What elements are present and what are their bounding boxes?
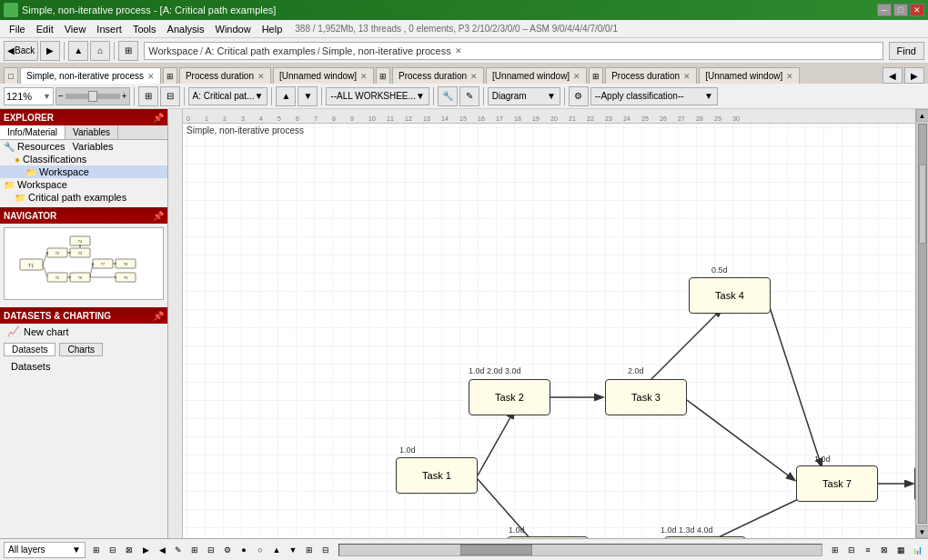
zoom-control[interactable]: ▼ bbox=[4, 87, 54, 105]
status-icon-14[interactable]: ⊞ bbox=[302, 543, 317, 557]
menu-file[interactable]: File bbox=[4, 22, 31, 36]
scroll-down-btn[interactable]: ▼ bbox=[916, 525, 929, 538]
tab-icon-simple[interactable]: □ bbox=[4, 67, 18, 84]
tab-process-duration-3[interactable]: Process duration ✕ bbox=[605, 67, 697, 84]
nav-up[interactable]: ▲ bbox=[276, 86, 296, 106]
task-node-3[interactable]: Task 3 bbox=[605, 379, 687, 415]
scroll-thumb-h[interactable] bbox=[460, 545, 533, 555]
tab-unnamed-1[interactable]: [Unnamed window] ✕ bbox=[273, 67, 374, 84]
home-button[interactable]: ⌂ bbox=[90, 41, 110, 61]
datasets-item[interactable]: Datasets bbox=[0, 360, 167, 373]
tab-simple-process[interactable]: Simple, non-iterative process ✕ bbox=[20, 67, 161, 84]
diagram-icon1[interactable]: 🔧 bbox=[438, 86, 458, 106]
forward-button[interactable]: ▶ bbox=[40, 41, 60, 61]
tab-close[interactable]: ✕ bbox=[470, 72, 478, 81]
tab-close[interactable]: ✕ bbox=[257, 72, 265, 81]
scrollbar-vertical[interactable]: ▲ ▼ bbox=[915, 109, 928, 538]
status-icon-3[interactable]: ⊠ bbox=[122, 543, 136, 557]
new-chart-item[interactable]: 📈 New chart bbox=[0, 324, 167, 339]
tab-prev[interactable]: ◀ bbox=[883, 67, 903, 84]
sheet-dropdown[interactable]: --ALL WORKSHEE... ▼ bbox=[326, 87, 429, 105]
status-icon-15[interactable]: ⊟ bbox=[318, 543, 333, 557]
view-toggle-button[interactable]: ⊞ bbox=[118, 41, 138, 61]
tab-close[interactable]: ✕ bbox=[683, 72, 691, 81]
tab-close[interactable]: ✕ bbox=[360, 72, 368, 81]
tab-close[interactable]: ✕ bbox=[786, 72, 793, 81]
task-node-2[interactable]: Task 2 bbox=[469, 379, 550, 415]
task-node-1[interactable]: Task 1 bbox=[396, 457, 478, 494]
tab-unnamed-2[interactable]: [Unnamed window] ✕ bbox=[486, 67, 587, 84]
scroll-up-btn[interactable]: ▲ bbox=[916, 109, 929, 122]
tab-next[interactable]: ▶ bbox=[904, 67, 924, 84]
zoom-slider[interactable] bbox=[66, 94, 120, 99]
menu-view[interactable]: View bbox=[59, 22, 92, 36]
menu-help[interactable]: Help bbox=[257, 22, 288, 36]
task-node-5[interactable]: Task 5 bbox=[507, 536, 589, 538]
menu-window[interactable]: Window bbox=[210, 22, 257, 36]
tab-icon-pd2[interactable]: ⊞ bbox=[376, 67, 390, 84]
navigator-pin[interactable]: 📌 bbox=[153, 211, 164, 221]
status-icon-r2[interactable]: ⊟ bbox=[844, 543, 859, 557]
tree-resources[interactable]: 🔧 Resources Variables bbox=[0, 140, 167, 153]
bc-workspace[interactable]: Workspace bbox=[148, 45, 198, 56]
scrollbar-horizontal[interactable] bbox=[338, 544, 822, 556]
apply-classification-dropdown[interactable]: --Apply classification-- ▼ bbox=[590, 87, 718, 105]
status-icon-7[interactable]: ⊞ bbox=[187, 543, 202, 557]
status-icon-r4[interactable]: ⊠ bbox=[877, 543, 892, 557]
nav-down[interactable]: ▼ bbox=[298, 86, 318, 106]
minimize-button[interactable]: ─ bbox=[877, 4, 892, 16]
status-icon-r1[interactable]: ⊞ bbox=[828, 543, 842, 557]
diagram-icon2[interactable]: ✎ bbox=[459, 86, 479, 106]
status-icon-13[interactable]: ▼ bbox=[286, 543, 300, 557]
task-node-6[interactable]: Task 6 bbox=[664, 536, 746, 538]
task-node-4[interactable]: Task 4 bbox=[689, 277, 771, 314]
status-icon-4[interactable]: ▶ bbox=[138, 543, 153, 557]
status-icon-r6[interactable]: 📊 bbox=[910, 543, 924, 557]
status-icon-5[interactable]: ◀ bbox=[155, 543, 169, 557]
tree-workspace[interactable]: 📁 Workspace bbox=[0, 178, 167, 191]
diagram-dropdown[interactable]: Diagram ▼ bbox=[488, 87, 560, 105]
status-icon-6[interactable]: ✎ bbox=[171, 543, 186, 557]
status-icon-r5[interactable]: ▦ bbox=[893, 543, 908, 557]
task-node-7[interactable]: Task 7 bbox=[796, 465, 878, 502]
zoom-input[interactable] bbox=[6, 91, 43, 102]
tab-process-duration-1[interactable]: Process duration ✕ bbox=[179, 67, 271, 84]
maximize-button[interactable]: □ bbox=[893, 4, 908, 16]
zoom-minus[interactable]: − bbox=[58, 91, 64, 101]
bc-close[interactable]: ✕ bbox=[455, 46, 462, 55]
close-button[interactable]: ✕ bbox=[910, 4, 924, 16]
status-icon-9[interactable]: ⚙ bbox=[220, 543, 235, 557]
up-button[interactable]: ▲ bbox=[68, 41, 88, 61]
bc-critical-path[interactable]: A: Critical path examples bbox=[205, 45, 316, 56]
status-icon-12[interactable]: ▲ bbox=[269, 543, 284, 557]
zoom-thumb[interactable] bbox=[88, 91, 97, 102]
find-button[interactable]: Find bbox=[889, 42, 924, 60]
tab-variables[interactable]: Variables bbox=[66, 125, 118, 139]
status-icon-2[interactable]: ⊟ bbox=[106, 543, 120, 557]
status-icon-r3[interactable]: ≡ bbox=[861, 543, 875, 557]
datasets-pin[interactable]: 📌 bbox=[153, 311, 164, 321]
status-icon-10[interactable]: ● bbox=[237, 543, 251, 557]
tab-info-material[interactable]: Info/Material bbox=[0, 125, 66, 139]
scroll-thumb-v[interactable] bbox=[919, 165, 926, 245]
menu-edit[interactable]: Edit bbox=[31, 22, 59, 36]
status-icon-1[interactable]: ⊞ bbox=[89, 543, 104, 557]
tab-close[interactable]: ✕ bbox=[573, 72, 580, 81]
tree-critical-path[interactable]: 📁 Critical path examples bbox=[0, 191, 167, 204]
tab-icon-pd3[interactable]: ⊞ bbox=[589, 67, 603, 84]
tab-process-duration-2[interactable]: Process duration ✕ bbox=[392, 67, 484, 84]
menu-insert[interactable]: Insert bbox=[91, 22, 127, 36]
tab-unnamed-3[interactable]: [Unnamed window] ✕ bbox=[699, 67, 800, 84]
tab-charts[interactable]: Charts bbox=[59, 343, 102, 356]
diagram-opt1[interactable]: ⚙ bbox=[569, 86, 589, 106]
zoom-dropdown-arrow[interactable]: ▼ bbox=[43, 92, 51, 101]
tree-classifications[interactable]: ● Classifications bbox=[0, 153, 167, 165]
menu-analysis[interactable]: Analysis bbox=[162, 22, 210, 36]
menu-tools[interactable]: Tools bbox=[127, 22, 162, 36]
status-icon-11[interactable]: ○ bbox=[253, 543, 267, 557]
grid-button[interactable]: ⊟ bbox=[160, 86, 180, 106]
tab-close[interactable]: ✕ bbox=[147, 72, 155, 81]
tab-icon-pd1[interactable]: ⊞ bbox=[163, 67, 177, 84]
status-icon-8[interactable]: ⊟ bbox=[204, 543, 218, 557]
zoom-plus[interactable]: + bbox=[122, 91, 127, 101]
